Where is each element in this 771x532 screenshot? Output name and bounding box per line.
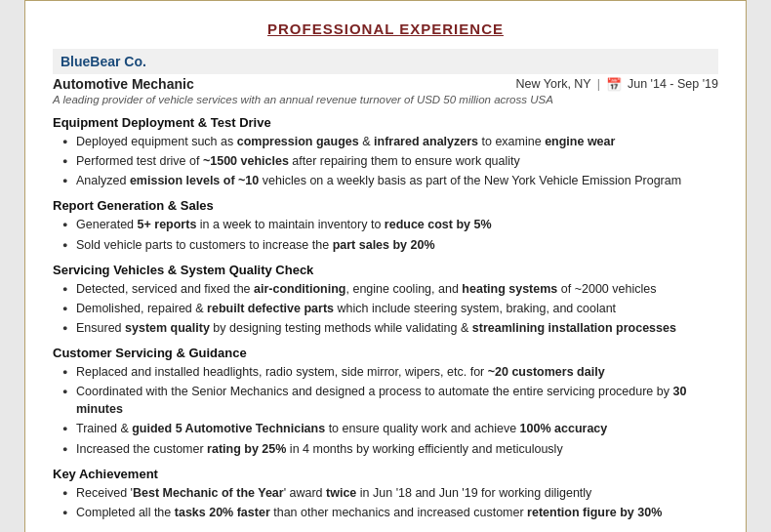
bullet-item-0-0: Deployed equipment such as compression g… — [62, 133, 718, 150]
bullet-item-4-0: Received 'Best Mechanic of the Year' awa… — [62, 484, 718, 502]
bullet-item-2-0: Detected, serviced and fixed the air-con… — [62, 280, 718, 298]
bullet-item-3-3: Increased the customer rating by 25% in … — [62, 440, 718, 458]
bullet-item-3-0: Replaced and installed headlights, radio… — [62, 363, 718, 381]
exp-section-title-1: Report Generation & Sales — [53, 198, 718, 213]
exp-section-0: Equipment Deployment & Test DriveDeploye… — [53, 115, 718, 189]
resume-container: PROFESSIONAL EXPERIENCE BlueBear Co. Aut… — [24, 0, 747, 532]
bullet-item-4-1: Completed all the tasks 20% faster than … — [62, 504, 718, 521]
bullet-item-0-2: Analyzed emission levels of ~10 vehicles… — [62, 172, 718, 189]
exp-section-title-2: Servicing Vehicles & System Quality Chec… — [53, 263, 718, 277]
job-title-row: Automotive Mechanic New York, NY | 📅 Jun… — [53, 76, 718, 92]
exp-section-4: Key AchievementReceived 'Best Mechanic o… — [53, 467, 718, 521]
bullet-item-2-2: Ensured system quality by designing test… — [62, 319, 718, 337]
exp-section-1: Report Generation & SalesGenerated 5+ re… — [53, 198, 718, 253]
bullet-list-4: Received 'Best Mechanic of the Year' awa… — [53, 484, 718, 521]
job-title: Automotive Mechanic — [53, 76, 194, 92]
date-range: Jun '14 - Sep '19 — [628, 77, 718, 91]
meta-separator: | — [597, 77, 600, 91]
exp-section-title-3: Customer Servicing & Guidance — [53, 346, 718, 360]
experience-sections: Equipment Deployment & Test DriveDeploye… — [53, 115, 718, 521]
exp-section-title-0: Equipment Deployment & Test Drive — [53, 115, 718, 130]
section-title: PROFESSIONAL EXPERIENCE — [53, 20, 718, 37]
company-name: BlueBear Co. — [53, 49, 718, 74]
bullet-item-2-1: Demolished, repaired & rebuilt defective… — [62, 300, 718, 317]
exp-section-3: Customer Servicing & GuidanceReplaced an… — [53, 346, 718, 458]
bullet-item-1-1: Sold vehicle parts to customers to incre… — [62, 236, 718, 254]
calendar-icon: 📅 — [606, 77, 622, 92]
bullet-item-3-1: Coordinated with the Senior Mechanics an… — [62, 383, 718, 418]
company-description: A leading provider of vehicle services w… — [53, 94, 718, 105]
bullet-list-2: Detected, serviced and fixed the air-con… — [53, 280, 718, 337]
job-meta: New York, NY | 📅 Jun '14 - Sep '19 — [516, 77, 718, 92]
exp-section-2: Servicing Vehicles & System Quality Chec… — [53, 263, 718, 337]
bullet-item-0-1: Performed test drive of ~1500 vehicles a… — [62, 152, 718, 170]
location: New York, NY — [516, 77, 591, 91]
bullet-item-1-0: Generated 5+ reports in a week to mainta… — [62, 216, 718, 233]
bullet-list-3: Replaced and installed headlights, radio… — [53, 363, 718, 458]
bullet-list-1: Generated 5+ reports in a week to mainta… — [53, 216, 718, 253]
bullet-list-0: Deployed equipment such as compression g… — [53, 133, 718, 189]
exp-section-title-4: Key Achievement — [53, 467, 718, 481]
bullet-item-3-2: Trained & guided 5 Automotive Technician… — [62, 420, 718, 437]
